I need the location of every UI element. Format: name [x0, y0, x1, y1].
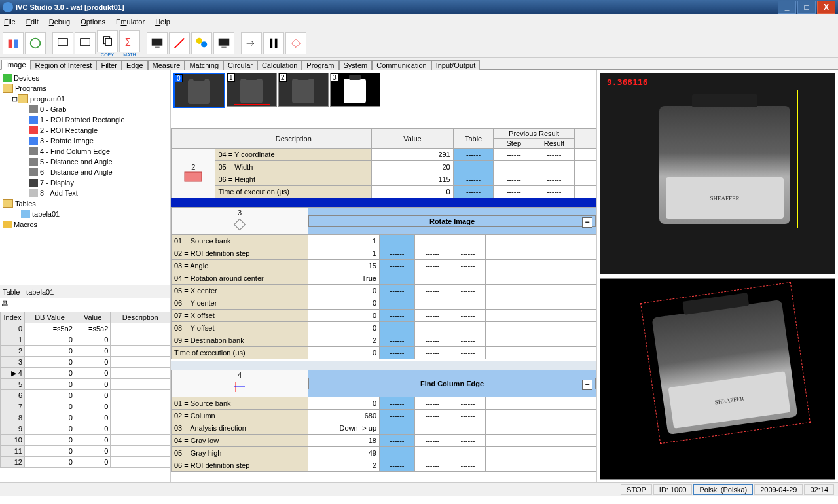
step-row[interactable]: 05 = X center0------------------: [172, 285, 596, 297]
step-row[interactable]: 204 = Y coordinate291------------------: [172, 149, 596, 161]
step-row[interactable]: 04 = Gray low18------------------: [172, 435, 596, 447]
collapse-icon[interactable]: −: [582, 217, 592, 228]
tab-circular[interactable]: Circular: [223, 60, 257, 70]
tool-copy[interactable]: [97, 30, 118, 52]
tree-step-0[interactable]: 0 - Grab: [40, 105, 66, 113]
step-row[interactable]: 02 = Column680------------------: [172, 410, 596, 422]
tab-filter[interactable]: Filter: [96, 60, 121, 70]
menu-help[interactable]: Help: [155, 18, 170, 26]
tab-io[interactable]: Input/Output: [431, 60, 481, 70]
close-button[interactable]: X: [817, 1, 835, 14]
table-row[interactable]: ▶ 400: [1, 368, 170, 379]
preview-top[interactable]: 9.368116 SHEAFFER: [600, 73, 835, 274]
tree-tables[interactable]: Tables: [15, 200, 36, 207]
table-row[interactable]: 300: [1, 357, 170, 368]
tree-step-6[interactable]: 6 - Distance and Angle: [40, 168, 113, 176]
menu-options[interactable]: Options: [81, 18, 105, 26]
step-row[interactable]: Time of execution (μs)0-----------------…: [172, 186, 596, 198]
step-row[interactable]: 06 = ROI definition step2---------------…: [172, 459, 596, 472]
rotate-header[interactable]: Rotate Image−: [308, 215, 596, 227]
tool-2[interactable]: [25, 32, 46, 54]
maximize-button[interactable]: □: [797, 1, 816, 14]
table-row[interactable]: 700: [1, 401, 170, 412]
tree-step-2[interactable]: 2 - ROI Rectangle: [40, 126, 98, 134]
step-row[interactable]: 08 = Y offset0------------------: [172, 322, 596, 334]
step-row[interactable]: 02 = ROI definition step1---------------…: [172, 247, 596, 260]
step-row[interactable]: Time of execution (μs)0-----------------…: [172, 347, 596, 359]
data-table[interactable]: Index DB Value Value Description 0=s5a2=…: [0, 312, 170, 468]
find-header[interactable]: Find Column Edge−: [308, 378, 596, 389]
step-row[interactable]: 07 = X offset0------------------: [172, 310, 596, 322]
selection-bar: [171, 198, 596, 207]
menu-edit[interactable]: Edit: [26, 18, 39, 26]
tab-calculation[interactable]: Calculation: [257, 60, 302, 70]
preview-bottom[interactable]: SHEAFFER: [600, 278, 835, 480]
tab-program[interactable]: Program: [302, 60, 338, 70]
table-row[interactable]: 200: [1, 346, 170, 357]
tool-math[interactable]: ∑: [119, 30, 140, 52]
table-row[interactable]: 1100: [1, 446, 170, 457]
tree-program01[interactable]: program01: [30, 95, 65, 103]
table-row[interactable]: 900: [1, 423, 170, 435]
tree-step-5[interactable]: 5 - Distance and Angle: [40, 158, 113, 166]
status-id: ID: 1000: [653, 484, 693, 495]
tool-rotate[interactable]: [285, 32, 306, 54]
menu-debug[interactable]: Debug: [49, 18, 70, 26]
table-row[interactable]: 500: [1, 379, 170, 390]
tool-circles[interactable]: [191, 32, 212, 54]
tree-macros[interactable]: Macros: [14, 221, 37, 228]
tool-3[interactable]: [52, 32, 73, 54]
project-tree[interactable]: Devices Programs ⊟ program01 0 - Grab 1 …: [0, 70, 170, 285]
tool-1[interactable]: [3, 32, 24, 54]
step-row[interactable]: 06 = Y center0------------------: [172, 297, 596, 310]
tool-arrow[interactable]: [241, 32, 262, 54]
tool-monitor[interactable]: [147, 32, 168, 54]
table-row[interactable]: 1000: [1, 435, 170, 446]
status-lang[interactable]: Polski (Polska): [693, 484, 753, 495]
tree-step-7[interactable]: 7 - Display: [40, 179, 74, 187]
tool-monitor2[interactable]: [213, 32, 234, 54]
table-row[interactable]: 600: [1, 390, 170, 401]
print-icon[interactable]: 🖶: [1, 300, 13, 310]
tool-4[interactable]: [75, 32, 96, 54]
step-row[interactable]: 03 = Analysis directionDown -> up-------…: [172, 422, 596, 435]
thumb-2[interactable]: 2: [278, 73, 329, 107]
step-list[interactable]: Description Value Table Previous Result …: [171, 128, 596, 482]
step-row[interactable]: 09 = Destination bank2------------------: [172, 334, 596, 347]
step-row[interactable]: 05 = Width20------------------: [172, 161, 596, 173]
minimize-button[interactable]: _: [778, 1, 796, 14]
tab-system[interactable]: System: [339, 60, 373, 70]
tool-bars[interactable]: [263, 32, 284, 54]
step-row[interactable]: 04 = Rotation around centerTrue---------…: [172, 272, 596, 285]
tree-step-4[interactable]: 4 - Find Column Edge: [40, 147, 110, 155]
tree-devices[interactable]: Devices: [14, 74, 39, 82]
thumb-1[interactable]: 1: [227, 73, 277, 107]
tab-image[interactable]: Image: [1, 60, 31, 70]
tool-line[interactable]: [169, 32, 190, 54]
tree-tabela01[interactable]: tabela01: [32, 210, 60, 218]
menu-emulator[interactable]: Emulator: [116, 18, 145, 26]
tab-roi[interactable]: Region of Interest: [31, 60, 97, 70]
table-row[interactable]: 0=s5a2=s5a2: [1, 323, 170, 334]
table-row[interactable]: 100: [1, 334, 170, 346]
thumb-3[interactable]: 3: [330, 73, 380, 107]
menu-file[interactable]: File: [4, 18, 16, 26]
step-row[interactable]: 05 = Gray high49------------------: [172, 447, 596, 459]
tree-step-8[interactable]: 8 - Add Text: [40, 189, 78, 197]
step-row[interactable]: 03 = Angle15------------------: [172, 260, 596, 272]
tab-communication[interactable]: Communication: [372, 60, 431, 70]
thumb-0[interactable]: 0: [173, 73, 225, 108]
tree-step-1[interactable]: 1 - ROI Rotated Rectangle: [40, 116, 125, 124]
tab-matching[interactable]: Matching: [185, 60, 223, 70]
tab-measure[interactable]: Measure: [148, 60, 185, 70]
collapse-icon[interactable]: −: [582, 380, 592, 390]
status-stop: STOP: [621, 484, 652, 495]
step-row[interactable]: 01 = Source bank1------------------: [172, 235, 596, 247]
step-row[interactable]: 06 = Height115------------------: [172, 173, 596, 186]
tree-step-3[interactable]: 3 - Rotate Image: [40, 137, 94, 145]
tree-programs[interactable]: Programs: [15, 84, 46, 92]
step-row[interactable]: 01 = Source bank0------------------: [172, 397, 596, 410]
table-row[interactable]: 1200: [1, 457, 170, 468]
table-row[interactable]: 800: [1, 412, 170, 423]
tab-edge[interactable]: Edge: [122, 60, 148, 70]
